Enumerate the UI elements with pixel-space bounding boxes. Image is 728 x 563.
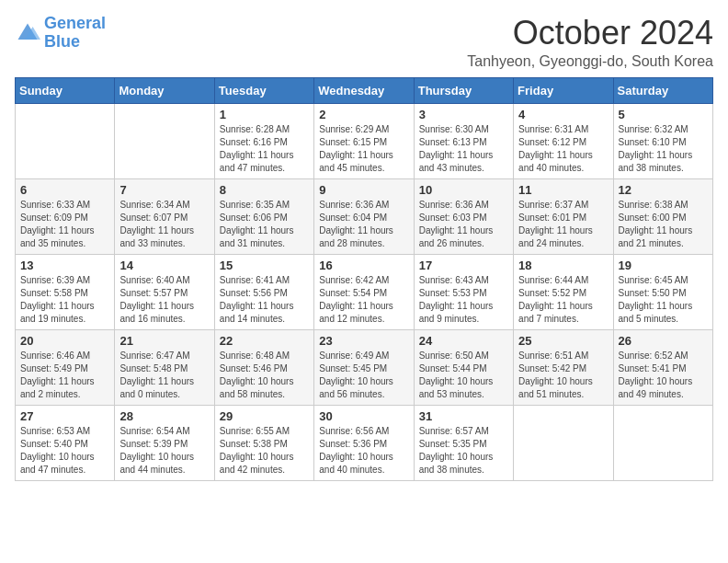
calendar-cell bbox=[613, 405, 712, 480]
calendar-cell: 12Sunrise: 6:38 AM Sunset: 6:00 PM Dayli… bbox=[613, 178, 712, 254]
calendar-cell: 19Sunrise: 6:45 AM Sunset: 5:50 PM Dayli… bbox=[613, 254, 712, 329]
calendar-cell: 28Sunrise: 6:54 AM Sunset: 5:39 PM Dayli… bbox=[115, 405, 214, 480]
calendar-cell: 29Sunrise: 6:55 AM Sunset: 5:38 PM Dayli… bbox=[214, 405, 313, 480]
day-number: 1 bbox=[220, 108, 309, 121]
calendar-cell: 4Sunrise: 6:31 AM Sunset: 6:12 PM Daylig… bbox=[514, 103, 613, 178]
day-info: Sunrise: 6:41 AM Sunset: 5:56 PM Dayligh… bbox=[220, 274, 309, 326]
calendar-cell: 2Sunrise: 6:29 AM Sunset: 6:15 PM Daylig… bbox=[314, 103, 414, 178]
day-info: Sunrise: 6:34 AM Sunset: 6:07 PM Dayligh… bbox=[119, 199, 209, 250]
calendar-cell: 18Sunrise: 6:44 AM Sunset: 5:52 PM Dayli… bbox=[514, 254, 613, 329]
day-number: 4 bbox=[518, 108, 608, 121]
day-info: Sunrise: 6:48 AM Sunset: 5:46 PM Dayligh… bbox=[220, 350, 309, 401]
day-number: 21 bbox=[119, 334, 209, 348]
day-info: Sunrise: 6:36 AM Sunset: 6:03 PM Dayligh… bbox=[419, 199, 508, 250]
day-header-sunday: Sunday bbox=[16, 77, 115, 103]
day-info: Sunrise: 6:29 AM Sunset: 6:15 PM Dayligh… bbox=[319, 123, 408, 175]
day-info: Sunrise: 6:44 AM Sunset: 5:52 PM Dayligh… bbox=[518, 274, 608, 326]
day-header-saturday: Saturday bbox=[613, 77, 712, 103]
calendar-cell: 7Sunrise: 6:34 AM Sunset: 6:07 PM Daylig… bbox=[115, 178, 214, 254]
title-block: October 2024 Tanhyeon, Gyeonggi-do, Sout… bbox=[467, 15, 713, 70]
day-number: 11 bbox=[518, 183, 608, 197]
day-number: 14 bbox=[119, 259, 209, 272]
day-number: 31 bbox=[419, 409, 508, 423]
calendar-cell: 15Sunrise: 6:41 AM Sunset: 5:56 PM Dayli… bbox=[214, 254, 313, 329]
calendar-cell bbox=[514, 405, 613, 480]
calendar-cell: 26Sunrise: 6:52 AM Sunset: 5:41 PM Dayli… bbox=[613, 329, 712, 405]
day-number: 20 bbox=[20, 334, 109, 348]
month-title: October 2024 bbox=[467, 15, 713, 52]
day-number: 13 bbox=[20, 259, 109, 272]
calendar-cell: 9Sunrise: 6:36 AM Sunset: 6:04 PM Daylig… bbox=[314, 178, 414, 254]
day-info: Sunrise: 6:39 AM Sunset: 5:58 PM Dayligh… bbox=[20, 274, 109, 326]
day-info: Sunrise: 6:43 AM Sunset: 5:53 PM Dayligh… bbox=[419, 274, 508, 326]
week-row-3: 13Sunrise: 6:39 AM Sunset: 5:58 PM Dayli… bbox=[16, 254, 713, 329]
day-info: Sunrise: 6:53 AM Sunset: 5:40 PM Dayligh… bbox=[20, 425, 109, 477]
day-info: Sunrise: 6:33 AM Sunset: 6:09 PM Dayligh… bbox=[20, 199, 109, 250]
calendar-cell: 20Sunrise: 6:46 AM Sunset: 5:49 PM Dayli… bbox=[16, 329, 115, 405]
logo-icon bbox=[15, 20, 40, 46]
day-number: 3 bbox=[419, 108, 508, 121]
calendar-cell bbox=[115, 103, 214, 178]
logo-text: General Blue bbox=[44, 15, 106, 52]
day-number: 17 bbox=[419, 259, 508, 272]
day-number: 18 bbox=[518, 259, 608, 272]
calendar-cell: 25Sunrise: 6:51 AM Sunset: 5:42 PM Dayli… bbox=[514, 329, 613, 405]
day-number: 9 bbox=[319, 183, 408, 197]
day-number: 2 bbox=[319, 108, 408, 121]
day-info: Sunrise: 6:46 AM Sunset: 5:49 PM Dayligh… bbox=[20, 350, 109, 401]
day-info: Sunrise: 6:30 AM Sunset: 6:13 PM Dayligh… bbox=[419, 123, 508, 175]
day-info: Sunrise: 6:49 AM Sunset: 5:45 PM Dayligh… bbox=[319, 350, 408, 401]
calendar-cell: 5Sunrise: 6:32 AM Sunset: 6:10 PM Daylig… bbox=[613, 103, 712, 178]
day-header-wednesday: Wednesday bbox=[314, 77, 414, 103]
day-info: Sunrise: 6:37 AM Sunset: 6:01 PM Dayligh… bbox=[518, 199, 608, 250]
day-header-friday: Friday bbox=[514, 77, 613, 103]
day-number: 16 bbox=[319, 259, 408, 272]
day-info: Sunrise: 6:50 AM Sunset: 5:44 PM Dayligh… bbox=[419, 350, 508, 401]
calendar-cell: 22Sunrise: 6:48 AM Sunset: 5:46 PM Dayli… bbox=[214, 329, 313, 405]
day-header-monday: Monday bbox=[115, 77, 214, 103]
day-info: Sunrise: 6:36 AM Sunset: 6:04 PM Dayligh… bbox=[319, 199, 408, 250]
day-number: 22 bbox=[220, 334, 309, 348]
day-number: 6 bbox=[20, 183, 109, 197]
calendar-cell: 1Sunrise: 6:28 AM Sunset: 6:16 PM Daylig… bbox=[214, 103, 313, 178]
day-number: 26 bbox=[619, 334, 708, 348]
week-row-5: 27Sunrise: 6:53 AM Sunset: 5:40 PM Dayli… bbox=[16, 405, 713, 480]
day-info: Sunrise: 6:47 AM Sunset: 5:48 PM Dayligh… bbox=[119, 350, 209, 401]
day-info: Sunrise: 6:57 AM Sunset: 5:35 PM Dayligh… bbox=[419, 425, 508, 477]
day-number: 23 bbox=[319, 334, 408, 348]
day-number: 5 bbox=[619, 108, 708, 121]
calendar-cell: 30Sunrise: 6:56 AM Sunset: 5:36 PM Dayli… bbox=[314, 405, 414, 480]
day-info: Sunrise: 6:42 AM Sunset: 5:54 PM Dayligh… bbox=[319, 274, 408, 326]
calendar-cell bbox=[16, 103, 115, 178]
day-number: 29 bbox=[220, 409, 309, 423]
day-info: Sunrise: 6:52 AM Sunset: 5:41 PM Dayligh… bbox=[619, 350, 708, 401]
calendar-cell: 3Sunrise: 6:30 AM Sunset: 6:13 PM Daylig… bbox=[414, 103, 513, 178]
day-info: Sunrise: 6:35 AM Sunset: 6:06 PM Dayligh… bbox=[220, 199, 309, 250]
calendar-cell: 17Sunrise: 6:43 AM Sunset: 5:53 PM Dayli… bbox=[414, 254, 513, 329]
location-subtitle: Tanhyeon, Gyeonggi-do, South Korea bbox=[467, 53, 713, 70]
day-info: Sunrise: 6:32 AM Sunset: 6:10 PM Dayligh… bbox=[619, 123, 708, 175]
logo: General Blue bbox=[15, 15, 106, 52]
calendar-cell: 11Sunrise: 6:37 AM Sunset: 6:01 PM Dayli… bbox=[514, 178, 613, 254]
calendar-cell: 23Sunrise: 6:49 AM Sunset: 5:45 PM Dayli… bbox=[314, 329, 414, 405]
day-info: Sunrise: 6:38 AM Sunset: 6:00 PM Dayligh… bbox=[619, 199, 708, 250]
calendar-cell: 8Sunrise: 6:35 AM Sunset: 6:06 PM Daylig… bbox=[214, 178, 313, 254]
day-number: 7 bbox=[119, 183, 209, 197]
header-row: SundayMondayTuesdayWednesdayThursdayFrid… bbox=[16, 77, 713, 103]
day-number: 15 bbox=[220, 259, 309, 272]
calendar-cell: 10Sunrise: 6:36 AM Sunset: 6:03 PM Dayli… bbox=[414, 178, 513, 254]
day-header-thursday: Thursday bbox=[414, 77, 513, 103]
day-number: 27 bbox=[20, 409, 109, 423]
day-header-tuesday: Tuesday bbox=[214, 77, 313, 103]
day-number: 25 bbox=[518, 334, 608, 348]
calendar-cell: 24Sunrise: 6:50 AM Sunset: 5:44 PM Dayli… bbox=[414, 329, 513, 405]
week-row-2: 6Sunrise: 6:33 AM Sunset: 6:09 PM Daylig… bbox=[16, 178, 713, 254]
day-info: Sunrise: 6:45 AM Sunset: 5:50 PM Dayligh… bbox=[619, 274, 708, 326]
calendar-cell: 16Sunrise: 6:42 AM Sunset: 5:54 PM Dayli… bbox=[314, 254, 414, 329]
day-number: 10 bbox=[419, 183, 508, 197]
day-number: 28 bbox=[119, 409, 209, 423]
day-info: Sunrise: 6:55 AM Sunset: 5:38 PM Dayligh… bbox=[220, 425, 309, 477]
calendar-cell: 31Sunrise: 6:57 AM Sunset: 5:35 PM Dayli… bbox=[414, 405, 513, 480]
day-info: Sunrise: 6:31 AM Sunset: 6:12 PM Dayligh… bbox=[518, 123, 608, 175]
day-info: Sunrise: 6:51 AM Sunset: 5:42 PM Dayligh… bbox=[518, 350, 608, 401]
